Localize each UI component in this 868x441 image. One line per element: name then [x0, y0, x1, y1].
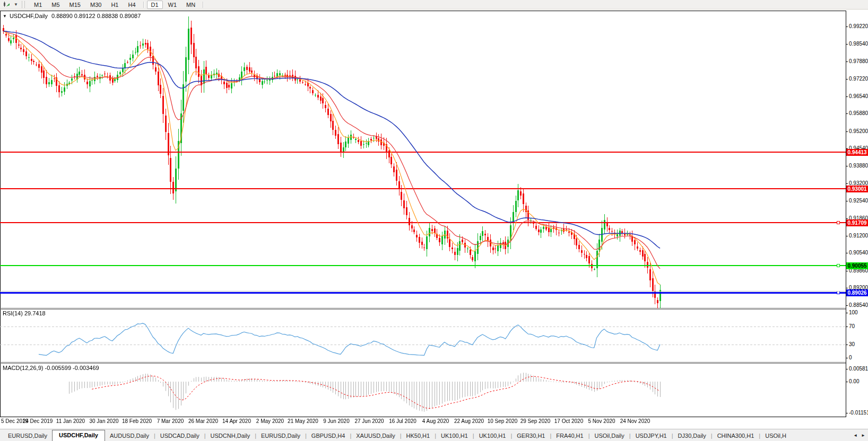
timeframe-button-m5[interactable]: M5: [47, 1, 64, 9]
chart-tab-usdcad-daily[interactable]: USDCAD,Daily: [155, 430, 204, 441]
price-axis-label: 0.91200: [849, 233, 868, 239]
price-axis-line: [846, 11, 846, 417]
timeframe-button-h4[interactable]: H4: [124, 1, 140, 9]
date-axis-label: 11 Jan 2020: [56, 418, 85, 424]
rsi-axis-label: 70: [849, 323, 855, 330]
chart-tab-audusd-daily[interactable]: AUDUSD,Daily: [105, 430, 154, 441]
price-chart-canvas[interactable]: [0, 11, 846, 419]
hline-price-tag[interactable]: 0.91709: [846, 219, 868, 226]
macd-axis-label: -0.011514: [849, 410, 868, 416]
chart-tab-fra40-h1[interactable]: FRA40,H1: [551, 430, 588, 441]
price-axis-label: 0.95880: [849, 110, 868, 117]
hline-price-tag[interactable]: 0.89026: [846, 289, 868, 296]
hline-price-tag[interactable]: 0.90055: [846, 262, 868, 269]
price-axis-label: 0.96540: [849, 93, 868, 100]
date-axis-label: 2 May 2020: [256, 418, 284, 424]
date-axis-label: 14 Apr 2020: [222, 418, 251, 424]
date-axis-label: 29 Sep 2020: [520, 418, 551, 424]
price-axis-label: 0.95200: [849, 128, 868, 135]
macd-indicator-label: MACD(12,26,9) -0.005599 -0.003469: [3, 365, 99, 371]
rsi-axis-label: 30: [849, 341, 855, 348]
date-axis-label: 24 Nov 2020: [620, 418, 650, 424]
chart-tab-usdchf-daily[interactable]: USDCHF,Daily: [52, 430, 105, 441]
timeframe-button-m30[interactable]: M30: [86, 1, 106, 9]
chart-tabs-bar: EURUSD,DailyUSDCHF,DailyAUDUSD,Daily|USD…: [0, 429, 868, 441]
timeframe-button-d1[interactable]: D1: [147, 1, 163, 9]
rsi-axis-label: 100: [849, 310, 858, 316]
chart-tab-usdjpy-h1[interactable]: USDJPY,H1: [631, 430, 672, 441]
charts-toolbar-icon[interactable]: [2, 1, 12, 8]
timeframe-buttons-group: M1M5M15M30H1H4D1W1MN: [29, 1, 206, 9]
chart-tab-usdcnh-daily[interactable]: USDCNH,Daily: [206, 430, 255, 441]
chart-tab-usoil-daily[interactable]: USOil,Daily: [590, 430, 629, 441]
price-axis-label: 0.93880: [849, 163, 868, 169]
chart-tab-dj30-daily[interactable]: DJ30,Daily: [673, 430, 711, 441]
hline-price-tag[interactable]: 0.94413: [846, 149, 868, 156]
price-axis-label: 0.97220: [849, 76, 868, 82]
price-axis-label: 0.88540: [849, 302, 868, 308]
date-axis-label: 16 Jul 2020: [389, 418, 416, 424]
rsi-axis-label: 0: [849, 355, 852, 361]
chart-tabs-list: EURUSD,DailyUSDCHF,DailyAUDUSD,Daily|USD…: [0, 429, 791, 441]
date-axis-label: 18 Feb 2020: [122, 418, 152, 424]
date-axis-label: 21 May 2020: [288, 418, 318, 424]
date-axis-label: 5 Nov 2020: [588, 418, 615, 424]
chart-tab-usoil-h[interactable]: USOil,H: [760, 430, 791, 441]
timeframe-button-mn[interactable]: MN: [182, 1, 199, 9]
chart-title: ▼ USDCHF,Daily 0.88890 0.89122 0.88838 0…: [3, 13, 141, 19]
chart-ohlc-values: 0.88890 0.89122 0.88838 0.89087: [51, 13, 141, 19]
tabs-scroll-right-icon[interactable]: ►: [861, 433, 865, 438]
macd-axis-label: 0.005818: [849, 366, 868, 372]
chart-symbol-label: USDCHF,Daily: [10, 13, 48, 19]
date-axis-label: 9 Jun 2020: [323, 418, 350, 424]
toolbar-dropdown-caret[interactable]: ▼: [12, 2, 20, 7]
tabs-scroll-arrows: ◄ ►: [853, 433, 865, 438]
toolbar-separator: [203, 2, 203, 8]
chart-tab-uk100-h1[interactable]: UK100,H1: [436, 430, 473, 441]
chart-tab-xauusd-daily[interactable]: XAUUSD,Daily: [351, 430, 400, 441]
date-axis-label: 7 Mar 2020: [157, 418, 184, 424]
timeframe-button-h1[interactable]: H1: [107, 1, 123, 9]
timeframe-button-m15[interactable]: M15: [65, 1, 85, 9]
timeframe-toolbar: ▼ M1M5M15M30H1H4D1W1MN: [0, 0, 868, 10]
timeframe-button-m1[interactable]: M1: [30, 1, 46, 9]
toolbar-grip[interactable]: [22, 1, 25, 8]
hline-price-tag[interactable]: 0.93001: [846, 186, 868, 192]
chart-tab-ger30-h1[interactable]: GER30,H1: [512, 430, 550, 441]
date-axis-label: 4 Aug 2020: [422, 418, 449, 424]
chart-tab-gbpusd-h4[interactable]: GBPUSD,H4: [307, 430, 350, 441]
date-axis-label: 17 Oct 2020: [554, 418, 583, 424]
price-axis-label: 0.97880: [849, 58, 868, 65]
timeframe-button-w1[interactable]: W1: [164, 1, 181, 9]
macd-axis-label: 0.00: [849, 378, 859, 385]
chart-tab-eurusd-daily[interactable]: EURUSD,Daily: [256, 430, 305, 441]
date-axis-label: 26 Mar 2020: [188, 418, 218, 424]
price-axis-label: 0.92540: [849, 198, 868, 204]
date-axis-label: 10 Sep 2020: [488, 418, 518, 424]
symbol-dropdown-icon[interactable]: ▼: [3, 14, 7, 19]
chart-tab-hk50-h1[interactable]: HK50,H1: [402, 430, 435, 441]
price-axis-label: 0.99220: [849, 23, 868, 30]
price-axis-label: 0.98540: [849, 41, 868, 47]
toolbar-separator: [143, 2, 144, 8]
price-axis-label: 0.90540: [849, 250, 868, 256]
tabs-scroll-left-icon[interactable]: ◄: [853, 433, 857, 438]
date-axis-label: 24 Dec 2019: [23, 418, 53, 424]
date-axis-label: 27 Jun 2020: [354, 418, 384, 424]
application-window: ▼ M1M5M15M30H1H4D1W1MN ▼ USDCHF,Daily 0.…: [0, 0, 868, 441]
date-axis-label: 30 Jan 2020: [89, 418, 118, 424]
chart-tab-china300-h1[interactable]: CHINA300,H1: [713, 430, 759, 441]
rsi-indicator-label: RSI(14) 29.7418: [3, 310, 46, 316]
date-axis-label: 22 Aug 2020: [454, 418, 484, 424]
chart-tab-eurusd-daily[interactable]: EURUSD,Daily: [3, 430, 52, 441]
chart-tab-uk100-h1[interactable]: UK100,H1: [474, 430, 511, 441]
